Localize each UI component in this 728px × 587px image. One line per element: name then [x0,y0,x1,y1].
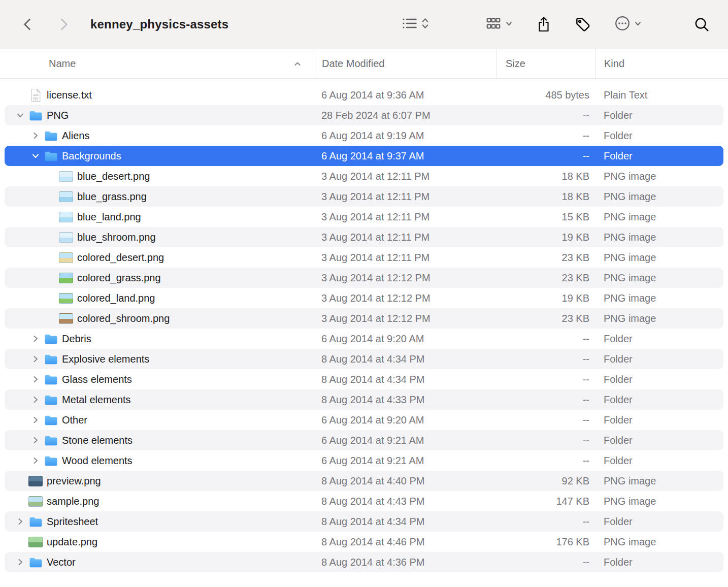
file-icon [28,496,43,507]
table-row[interactable]: Wood elements 6 Aug 2014 at 9:21 AM -- F… [5,450,723,471]
table-row[interactable]: blue_land.png 3 Aug 2014 at 12:11 PM 15 … [5,207,723,227]
disclosure-chevron-icon[interactable] [28,436,43,444]
file-size: 23 KB [497,308,595,329]
file-icon [58,212,74,222]
table-row[interactable]: colored_grass.png 3 Aug 2014 at 12:12 PM… [5,268,723,288]
date-modified: 8 Aug 2014 at 4:46 PM [313,532,497,552]
file-icon [43,374,58,385]
file-name: Spritesheet [47,516,98,528]
date-modified: 28 Feb 2024 at 6:07 PM [313,105,497,125]
disclosure-chevron-icon[interactable] [28,152,43,160]
table-row[interactable]: Aliens 6 Aug 2014 at 9:19 AM -- Folder [5,125,723,146]
file-kind: PNG image [595,227,723,247]
table-row[interactable]: Metal elements 8 Aug 2014 at 4:33 PM -- … [5,389,723,410]
file-kind: Folder [595,369,723,389]
tag-button[interactable] [575,16,591,32]
name-cell: preview.png [5,471,313,491]
name-cell: colored_land.png [5,288,313,308]
list-view-icon [401,15,417,34]
search-button[interactable] [693,16,710,32]
table-row[interactable]: Vector 8 Aug 2014 at 4:36 PM -- Folder [5,552,723,572]
column-header-kind[interactable]: Kind [595,49,728,78]
table-row[interactable]: Stone elements 6 Aug 2014 at 9:21 AM -- … [5,430,723,450]
file-name: Aliens [62,130,89,142]
file-icon [28,476,43,486]
file-name: blue_land.png [77,211,141,223]
table-row[interactable]: Spritesheet 8 Aug 2014 at 4:34 PM -- Fol… [5,511,723,532]
file-kind: Folder [595,105,723,125]
table-row[interactable]: preview.png 8 Aug 2014 at 4:40 PM 92 KB … [5,471,723,491]
column-label: Date Modified [322,58,384,70]
disclosure-chevron-icon[interactable] [28,456,43,465]
table-row[interactable]: colored_land.png 3 Aug 2014 at 12:12 PM … [5,288,723,308]
file-size: -- [497,552,595,572]
file-name: license.txt [47,89,92,101]
table-row[interactable]: Debris 6 Aug 2014 at 9:20 AM -- Folder [5,329,723,349]
table-row[interactable]: colored_shroom.png 3 Aug 2014 at 12:12 P… [5,308,723,329]
table-row[interactable]: PNG 28 Feb 2024 at 6:07 PM -- Folder [5,105,723,125]
file-size: -- [497,349,595,369]
table-row[interactable]: blue_shroom.png 3 Aug 2014 at 12:11 PM 1… [5,227,723,247]
toolbar: kenney_physics-assets [0,0,728,49]
table-row[interactable]: colored_desert.png 3 Aug 2014 at 12:11 P… [5,247,723,268]
table-row[interactable]: Explosive elements 8 Aug 2014 at 4:34 PM… [5,349,723,369]
file-name: preview.png [47,475,101,487]
chevron-down-icon [505,20,513,29]
file-icon [43,333,58,344]
column-header-size[interactable]: Size [497,49,595,78]
window-title: kenney_physics-assets [90,17,228,31]
table-row[interactable]: blue_desert.png 3 Aug 2014 at 12:11 PM 1… [5,166,723,186]
table-row[interactable]: blue_grass.png 3 Aug 2014 at 12:11 PM 18… [5,186,723,207]
disclosure-chevron-icon[interactable] [13,558,28,566]
table-row[interactable]: TXT license.txt 6 Aug 2014 at 9:36 AM 48… [5,85,723,105]
file-size: -- [497,389,595,410]
date-modified: 8 Aug 2014 at 4:34 PM [313,369,497,389]
file-kind: Folder [595,410,723,430]
disclosure-chevron-icon[interactable] [28,355,43,363]
file-name: PNG [47,110,69,121]
file-kind: Folder [595,552,723,572]
date-modified: 8 Aug 2014 at 4:34 PM [313,511,497,532]
file-name: Other [62,414,87,426]
table-row[interactable]: sample.png 8 Aug 2014 at 4:43 PM 147 KB … [5,491,723,511]
file-kind: PNG image [595,288,723,308]
table-row[interactable]: update.png 8 Aug 2014 at 4:46 PM 176 KB … [5,532,723,552]
name-cell: colored_shroom.png [5,308,313,329]
column-header-date-modified[interactable]: Date Modified [313,49,497,78]
table-row[interactable]: Backgrounds 6 Aug 2014 at 9:37 AM -- Fol… [5,146,723,166]
more-actions-control[interactable] [614,15,642,34]
file-name: blue_grass.png [77,191,147,203]
name-cell: Wood elements [5,450,313,471]
file-name: blue_shroom.png [77,232,156,243]
name-cell: blue_desert.png [5,166,313,186]
file-name: Glass elements [62,374,132,385]
back-button[interactable] [20,17,36,32]
name-cell: Aliens [5,125,313,146]
share-button[interactable] [536,16,551,33]
file-name: colored_grass.png [77,272,161,284]
file-icon [43,353,58,365]
file-size: -- [497,430,595,450]
disclosure-chevron-icon[interactable] [28,375,43,383]
column-header-name[interactable]: Name [0,49,313,78]
file-kind: Folder [595,146,723,166]
disclosure-chevron-icon[interactable] [13,111,28,119]
group-view-control[interactable] [485,15,513,34]
file-name: blue_desert.png [77,171,150,182]
forward-button[interactable] [56,17,71,32]
disclosure-chevron-icon[interactable] [28,335,43,343]
table-row[interactable]: Other 6 Aug 2014 at 9:20 AM -- Folder [5,410,723,430]
file-icon [58,171,74,182]
disclosure-chevron-icon[interactable] [28,416,43,424]
file-kind: PNG image [595,308,723,329]
file-name: Vector [47,557,76,568]
file-name: Explosive elements [62,353,149,365]
disclosure-chevron-icon[interactable] [28,396,43,404]
name-cell: PNG [5,105,313,125]
table-row[interactable]: Glass elements 8 Aug 2014 at 4:34 PM -- … [5,369,723,389]
file-kind: PNG image [595,268,723,288]
disclosure-chevron-icon[interactable] [28,132,43,140]
file-list: TXT license.txt 6 Aug 2014 at 9:36 AM 48… [0,79,728,587]
disclosure-chevron-icon[interactable] [13,517,28,526]
list-view-control[interactable] [401,15,429,34]
